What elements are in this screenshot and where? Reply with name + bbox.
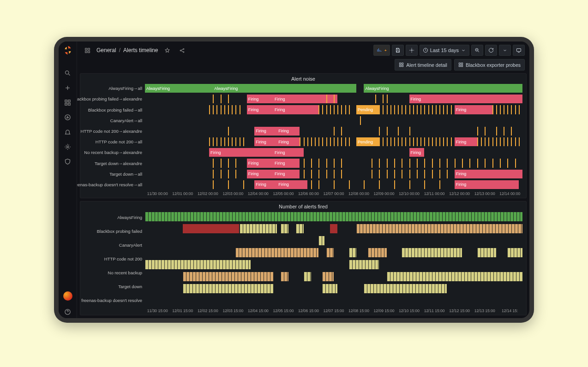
gear-icon[interactable]	[61, 140, 74, 153]
panel-number-of-alerts: Number of alerts fired AlwaysFiringBlack…	[80, 201, 527, 315]
avatar[interactable]	[63, 291, 72, 301]
svg-rect-18	[517, 49, 521, 52]
refresh-button[interactable]	[485, 45, 497, 56]
svg-rect-25	[459, 65, 460, 66]
row-label: Blackbox probing failed	[80, 225, 145, 238]
panel-alert-noise: Alert noise AlwaysFiring→allBlackbox pro…	[80, 73, 527, 198]
search-icon[interactable]	[61, 66, 74, 79]
row-label: Blackbox probing failed→all	[80, 104, 145, 115]
refresh-dropdown[interactable]	[499, 45, 511, 56]
svg-point-12	[180, 50, 181, 51]
tv-mode-button[interactable]	[513, 45, 525, 56]
svg-point-14	[183, 51, 184, 52]
help-icon[interactable]	[61, 305, 74, 318]
row-label: CanaryAlert→all	[80, 115, 145, 126]
row-label: AlwaysFiring	[80, 211, 145, 225]
svg-point-6	[67, 146, 69, 148]
svg-rect-2	[68, 100, 70, 101]
grafana-logo-icon	[63, 45, 73, 55]
svg-point-15	[411, 50, 412, 51]
plus-icon[interactable]	[61, 81, 74, 94]
svg-rect-8	[85, 48, 87, 50]
zoom-out-button[interactable]	[471, 45, 483, 56]
row-label: No recent backup	[80, 266, 145, 279]
svg-point-5	[65, 114, 70, 119]
row-label: CanaryAlert	[80, 238, 145, 252]
svg-rect-3	[65, 103, 67, 105]
svg-point-0	[66, 71, 69, 74]
row-label: Target down→alexandre	[80, 158, 145, 168]
svg-rect-20	[402, 63, 403, 64]
svg-rect-1	[65, 100, 67, 101]
link-alert-timeline-detail[interactable]: Alert timeline detail	[395, 59, 451, 71]
svg-rect-26	[461, 65, 462, 66]
link-blackbox-probes[interactable]: Blackbox exporter probes	[454, 59, 525, 71]
breadcrumb: General / Alerts timeline	[96, 47, 158, 53]
svg-rect-9	[88, 48, 90, 50]
row-label: freenas-backup doesn't resolve→all	[80, 179, 145, 190]
row-label: Blackbox probing failed→alexandre	[80, 94, 145, 104]
row-label: freenas-backup doesn't resolve	[80, 293, 145, 307]
grid-icon[interactable]	[82, 45, 93, 56]
panel-title: Number of alerts fired	[80, 201, 526, 211]
svg-point-13	[183, 48, 184, 49]
dashboards-icon[interactable]	[61, 96, 74, 109]
timeline-chart[interactable]: AlwaysFiringAlwaysFiringAlwaysFiringFiri…	[145, 83, 526, 190]
svg-rect-23	[459, 63, 460, 64]
settings-button[interactable]	[406, 45, 418, 56]
svg-rect-24	[461, 63, 462, 64]
row-label: AlwaysFiring→all	[80, 83, 145, 94]
star-icon[interactable]	[162, 45, 173, 56]
share-icon[interactable]	[176, 45, 187, 56]
svg-rect-21	[400, 65, 401, 66]
svg-rect-22	[402, 65, 403, 66]
row-label: HTTP code not 200→all	[80, 136, 145, 147]
row-label: No recent backup→alexandre	[80, 147, 145, 158]
svg-rect-19	[400, 63, 401, 64]
row-label: Target down	[80, 279, 145, 293]
panel-title: Alert noise	[80, 74, 526, 83]
time-range-picker[interactable]: Last 15 days	[420, 45, 469, 56]
svg-rect-11	[88, 51, 90, 53]
page-title[interactable]: Alerts timeline	[123, 47, 158, 53]
sidebar	[59, 41, 77, 318]
add-panel-button[interactable]: +	[373, 45, 390, 56]
svg-rect-4	[68, 103, 70, 105]
save-button[interactable]	[392, 45, 404, 56]
row-label: Target down→all	[80, 169, 145, 179]
topbar: General / Alerts timeline + Last 15 days	[77, 41, 529, 59]
row-label: HTTP code not 200→alexandre	[80, 126, 145, 136]
breadcrumb-root[interactable]: General	[96, 47, 116, 53]
row-label: HTTP code not 200	[80, 252, 145, 266]
explore-icon[interactable]	[61, 111, 74, 124]
heatmap-chart[interactable]	[145, 211, 526, 295]
svg-rect-10	[85, 51, 87, 53]
alerting-icon[interactable]	[61, 125, 74, 138]
shield-icon[interactable]	[61, 155, 74, 168]
